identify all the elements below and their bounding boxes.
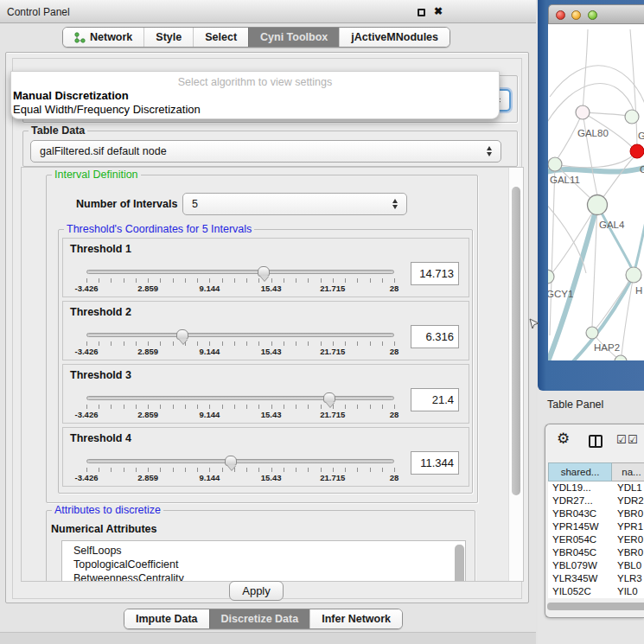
table-panel-window: ⚙ ☑ ☑ shared... na... YDL19...YDL1YDR27.… [545,424,644,618]
attribute-list-item[interactable]: SelfLoops [73,544,465,558]
threshold-slider[interactable] [86,270,394,274]
slider-ticks [86,278,395,283]
table-row[interactable]: YDL19...YDL1 [548,481,644,494]
threshold-panel: Threshold 4-3.4262.8599.14415.4321.71528… [62,427,469,487]
table-row[interactable]: YPR145WYPR1 [548,520,644,533]
table-row[interactable]: YBL079WYBL0 [548,559,644,572]
table-row[interactable]: YBR045CYBR0 [548,546,644,559]
cell-shared-name[interactable]: YBR045C [548,546,612,559]
scrollbar-thumb[interactable] [512,187,520,495]
cell-name[interactable]: YBR0 [612,507,644,520]
slider-handle[interactable] [176,329,188,340]
gear-icon[interactable]: ⚙ [557,430,570,448]
number-of-intervals-combobox[interactable]: 5 [182,193,407,215]
cell-name[interactable]: YDR2 [612,494,644,507]
tab-style[interactable]: Style [143,28,193,47]
table-data-combobox[interactable]: galFiltered.sif default node [30,140,501,163]
tab-jactivemnodules[interactable]: jActiveMNodules [339,28,450,47]
column-header-shared-name[interactable]: shared... [548,462,612,481]
cell-shared-name[interactable]: YDR27... [548,494,612,507]
apply-button[interactable]: Apply [229,581,284,601]
columns-icon[interactable] [589,435,603,448]
thresholds-group: Threshold's Coordinates for 5 Intervals … [58,229,473,494]
threshold-value-input[interactable]: 11.344 [411,451,459,475]
tick-label: 28 [390,347,399,356]
panel-title: Control Panel [7,6,70,18]
cyni-toolbox-panel: Discretization Algorithm Table Data galF… [5,52,529,603]
network-canvas[interactable]: GAL80 G C GAL11 GAL4 GCY1 H HAP2 [548,24,644,360]
checkbox-icon[interactable]: ☑ [616,433,627,446]
node-gal11[interactable] [548,157,562,171]
node-hap2[interactable] [586,327,598,339]
tab-network[interactable]: Network [63,28,143,47]
threshold-value-input[interactable]: 14.713 [411,262,459,285]
tab-infer-network[interactable]: Infer Network [309,609,402,628]
threshold-slider[interactable] [86,333,394,337]
popup-option-manual-discretization[interactable]: Manual Discretization [13,89,129,102]
network-window-titlebar[interactable] [548,4,644,24]
cell-shared-name[interactable]: YIL052C [548,585,612,598]
attribute-list-item[interactable]: TopologicalCoefficient [73,558,465,571]
node-bottom[interactable] [615,355,627,360]
close-traffic-light-icon[interactable] [556,10,565,20]
table-row[interactable]: YLR345WYLR3 [548,572,644,585]
cell-shared-name[interactable]: YLR345W [548,572,612,585]
tab-cyni-toolbox[interactable]: Cyni Toolbox [248,28,339,47]
node-h[interactable] [626,267,641,283]
float-window-icon[interactable] [418,9,425,16]
threshold-slider[interactable] [86,396,394,400]
cell-name[interactable]: YBR0 [612,546,644,559]
zoom-traffic-light-icon[interactable] [588,10,597,20]
tab-discretize-data[interactable]: Discretize Data [209,609,310,628]
node-selected-red[interactable] [630,144,644,158]
slider-handle[interactable] [225,456,237,466]
node-top-right[interactable] [625,110,639,124]
table-row[interactable]: YER054CYER0 [548,533,644,546]
cell-name[interactable]: YLR3 [612,572,644,585]
cell-name[interactable]: YBL0 [612,559,644,572]
node-table: shared... na... YDL19...YDL1YDR27...YDR2… [548,462,644,598]
cell-shared-name[interactable]: YBL079W [548,559,612,572]
combo-stepper-icon [392,199,399,209]
table-hscrollbar[interactable] [547,603,644,610]
table-row[interactable]: YBR043CYBR0 [548,507,644,520]
threshold-value-input[interactable]: 6.316 [411,325,459,348]
cell-name[interactable]: YER0 [612,533,644,546]
cell-shared-name[interactable]: YDL19... [548,481,612,494]
threshold-slider[interactable] [86,459,394,463]
table-row[interactable]: YDR27...YDR2 [548,494,644,507]
cell-name[interactable]: YDL1 [612,481,644,494]
tick-label: 28 [390,284,399,293]
interval-definition-group: Interval Definition Number of Intervals … [46,175,478,503]
close-icon[interactable]: ✖ [434,5,443,17]
cell-shared-name[interactable]: YER054C [548,533,612,546]
cell-name[interactable]: YPR1 [612,520,644,533]
node-gal80[interactable] [576,105,590,119]
threshold-value-input[interactable]: 21.4 [411,388,459,411]
tab-impute-data[interactable]: Impute Data [124,609,209,628]
group-title: Interval Definition [52,169,141,181]
combo-value: 5 [192,198,198,210]
slider-handle[interactable] [323,392,335,403]
numerical-attributes-list[interactable]: SelfLoopsTopologicalCoefficientBetweenne… [61,540,466,582]
tick-label: 9.144 [200,410,220,419]
table-data-group: Table Data galFiltered.sif default node [22,131,518,167]
list-scrollbar[interactable] [455,545,464,582]
cell-name[interactable]: YIL0 [612,585,644,598]
mouse-cursor [529,318,539,330]
slider-handle[interactable] [258,266,270,277]
minimize-traffic-light-icon[interactable] [571,10,581,20]
checkbox-icon[interactable]: ☑ [628,433,638,446]
table-row[interactable]: YIL052CYIL0 [548,585,644,598]
popup-option-equal-width-frequency[interactable]: Equal Width/Frequency Discretization [13,103,201,116]
cell-shared-name[interactable]: YPR145W [548,520,612,533]
viewport-scrollbar[interactable] [508,168,523,581]
threshold-list: Threshold 1-3.4262.8599.14415.4321.71528… [62,238,469,490]
tab-select[interactable]: Select [193,28,248,47]
cell-shared-name[interactable]: YBR043C [548,507,612,520]
tick-label: 2.859 [137,473,158,482]
group-title: Table Data [29,124,87,137]
node-gal4[interactable] [588,195,608,215]
node-label: C [640,164,644,175]
column-header-name[interactable]: na... [612,462,644,481]
